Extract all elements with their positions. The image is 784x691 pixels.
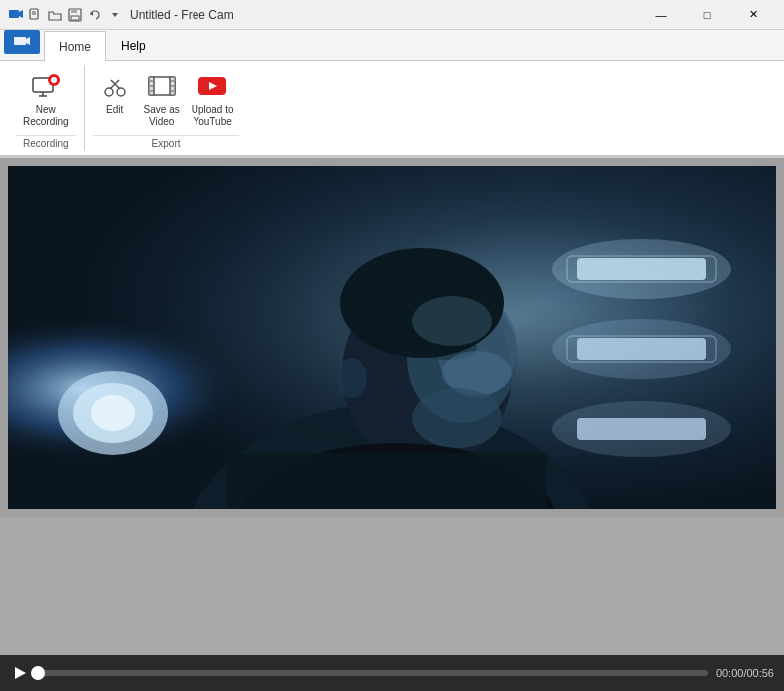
new-recording-button[interactable]: New Recording: [16, 67, 76, 133]
gray-area: [0, 517, 784, 655]
recording-group-label: Recording: [16, 135, 76, 151]
tab-help[interactable]: Help: [106, 30, 161, 60]
minimize-button[interactable]: —: [638, 0, 684, 30]
window-title: Untitled - Free Cam: [130, 8, 234, 22]
app-window: Untitled - Free Cam — □ ✕ Home Help: [0, 0, 784, 691]
svg-rect-30: [171, 85, 174, 87]
play-button[interactable]: [10, 663, 30, 683]
app-icon: [8, 7, 24, 23]
window-controls: — □ ✕: [638, 0, 776, 30]
title-bar: Untitled - Free Cam — □ ✕: [0, 0, 784, 30]
svg-point-60: [412, 296, 492, 346]
svg-point-42: [552, 319, 731, 379]
maximize-button[interactable]: □: [684, 0, 730, 30]
qa-save-button[interactable]: [66, 6, 84, 24]
close-button[interactable]: ✕: [730, 0, 776, 30]
edit-label: Edit: [106, 104, 123, 116]
svg-point-39: [552, 239, 731, 299]
ribbon-content: New Recording Recording: [0, 60, 784, 157]
recording-group: New Recording Recording: [8, 65, 85, 151]
svg-rect-27: [150, 85, 153, 87]
qa-new-button[interactable]: [26, 6, 44, 24]
video-canvas: [8, 166, 776, 509]
qa-dropdown-button[interactable]: [106, 6, 124, 24]
video-container: [0, 158, 784, 517]
quick-access-toolbar: [8, 6, 124, 24]
svg-point-16: [51, 77, 57, 83]
svg-point-53: [337, 358, 367, 398]
svg-point-44: [552, 401, 731, 457]
svg-rect-10: [14, 37, 26, 45]
svg-point-17: [105, 88, 113, 96]
svg-rect-58: [227, 453, 547, 509]
scissors-icon: [99, 70, 131, 102]
export-group-label: Export: [93, 135, 239, 151]
edit-button[interactable]: Edit: [93, 67, 137, 119]
youtube-icon: [196, 70, 228, 102]
svg-marker-8: [90, 12, 93, 16]
app-menu-button[interactable]: [4, 30, 40, 54]
export-buttons: Edit: [93, 65, 239, 133]
save-as-video-button[interactable]: Save as Video: [139, 67, 185, 131]
svg-point-47: [91, 395, 135, 431]
svg-point-18: [117, 88, 125, 96]
time-display: 00:00/00:56: [716, 667, 774, 679]
svg-rect-29: [171, 80, 174, 82]
title-bar-left: Untitled - Free Cam: [8, 6, 234, 24]
video-frame: [8, 166, 776, 509]
player-bar: 00:00/00:56: [0, 655, 784, 691]
svg-point-56: [412, 388, 502, 448]
ribbon: Home Help: [0, 30, 784, 158]
progress-thumb[interactable]: [31, 666, 45, 680]
svg-rect-6: [71, 9, 77, 13]
save-as-video-label: Save as Video: [144, 104, 180, 128]
svg-rect-31: [171, 90, 174, 92]
progress-bar[interactable]: [38, 670, 708, 676]
ribbon-tabs: Home Help: [0, 30, 784, 60]
export-group: Edit: [85, 65, 247, 151]
new-recording-label: New Recording: [23, 104, 69, 128]
main-content: 00:00/00:56: [0, 158, 784, 691]
svg-marker-11: [26, 37, 30, 45]
upload-youtube-label: Upload to YouTube: [192, 104, 234, 128]
svg-rect-26: [150, 80, 153, 82]
svg-rect-0: [9, 10, 19, 18]
svg-marker-1: [19, 10, 23, 18]
svg-marker-9: [112, 13, 118, 17]
svg-rect-28: [150, 90, 153, 92]
qa-undo-button[interactable]: [86, 6, 104, 24]
tab-home[interactable]: Home: [44, 31, 106, 61]
qa-open-button[interactable]: [46, 6, 64, 24]
recording-buttons: New Recording: [16, 65, 76, 133]
film-icon: [146, 70, 178, 102]
new-recording-icon: [30, 72, 62, 104]
svg-marker-61: [15, 667, 26, 679]
upload-youtube-button[interactable]: Upload to YouTube: [187, 67, 239, 131]
svg-rect-7: [71, 16, 79, 20]
